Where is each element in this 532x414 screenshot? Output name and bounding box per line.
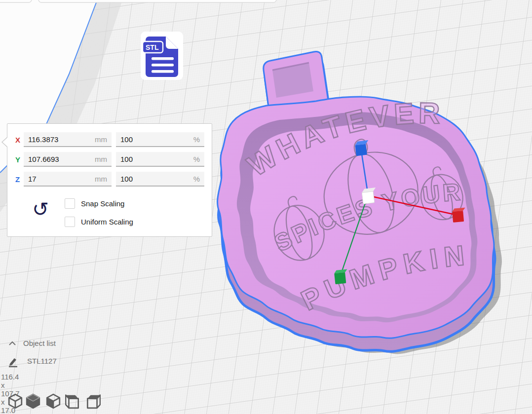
view-left-button[interactable] xyxy=(65,393,81,409)
stl-icon-label: STL xyxy=(146,43,159,51)
uniform-scaling-checkbox[interactable] xyxy=(65,217,75,227)
front-view-cube-icon xyxy=(25,393,41,409)
object-list-item[interactable]: STL1127 xyxy=(7,356,86,368)
rename-pencil-icon[interactable] xyxy=(8,357,19,368)
scale-z-mm-input[interactable] xyxy=(24,175,112,183)
object-list-label: Object list xyxy=(23,339,56,347)
scale-z-percent-input[interactable] xyxy=(116,175,204,183)
left-view-cube-icon xyxy=(65,393,81,409)
axis-label-y: Y xyxy=(15,155,24,164)
view-3d-button[interactable] xyxy=(7,393,23,409)
panel-pointer-arrow xyxy=(1,137,7,148)
scale-tool-panel: X mm % Y mm % Z mm % ↺ xyxy=(7,123,212,237)
view-front-button[interactable] xyxy=(25,393,41,409)
axis-label-x: X xyxy=(15,136,24,144)
object-list-toggle[interactable]: Object list xyxy=(7,339,71,349)
chevron-up-icon xyxy=(8,340,16,346)
view-right-button[interactable] xyxy=(85,393,101,409)
3d-view-cube-icon xyxy=(7,393,23,409)
view-top-button[interactable] xyxy=(45,393,61,409)
scale-y-percent-input[interactable] xyxy=(116,155,204,163)
scale-x-mm-input[interactable] xyxy=(24,135,112,144)
top-view-cube-icon xyxy=(45,393,61,409)
stl-file-icon[interactable]: STL xyxy=(141,32,183,80)
reset-scale-button[interactable]: ↺ xyxy=(30,198,51,221)
right-view-cube-icon xyxy=(85,393,101,409)
scale-x-percent-input[interactable] xyxy=(116,135,204,144)
scale-y-mm-input[interactable] xyxy=(24,155,112,163)
axis-label-z: Z xyxy=(15,175,24,184)
top-toolbar-outline xyxy=(0,0,276,2)
object-name: STL1127 xyxy=(27,357,57,365)
snap-scaling-checkbox[interactable] xyxy=(65,198,75,209)
uniform-scaling-label: Uniform Scaling xyxy=(81,218,133,226)
snap-scaling-label: Snap Scaling xyxy=(81,199,124,208)
